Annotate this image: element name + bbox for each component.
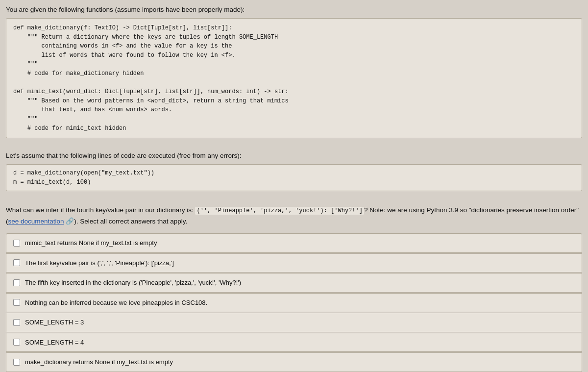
answer-label-2: The first key/value pair is (',', ',', '… bbox=[25, 258, 174, 268]
answer-option-1[interactable]: mimic_text returns None if my_text.txt i… bbox=[6, 233, 582, 253]
checkbox-7[interactable] bbox=[13, 359, 20, 366]
question-code: ('', 'Pineapple', 'pizza,', 'yuck!'): ['… bbox=[195, 207, 364, 215]
answer-option-2[interactable]: The first key/value pair is (',', ',', '… bbox=[6, 253, 582, 273]
question-prefix: What can we infer if the fourth key/valu… bbox=[6, 206, 195, 214]
answer-option-6[interactable]: SOME_LENGTH = 4 bbox=[6, 333, 582, 352]
checkbox-1[interactable] bbox=[13, 240, 20, 247]
answer-label-1: mimic_text returns None if my_text.txt i… bbox=[25, 238, 157, 248]
assume-text: Let's assume that the following lines of… bbox=[6, 152, 582, 159]
functions-code-block: def make_dictionary(f: TextIO) -> Dict[T… bbox=[6, 18, 582, 138]
answer-label-6: SOME_LENGTH = 4 bbox=[25, 338, 84, 347]
answer-label-3: The fifth key inserted in the dictionary… bbox=[25, 278, 241, 288]
answer-option-3[interactable]: The fifth key inserted in the dictionary… bbox=[6, 273, 582, 293]
answer-option-5[interactable]: SOME_LENGTH = 3 bbox=[6, 313, 582, 332]
question-end: ). Select all correct answers that apply… bbox=[74, 218, 187, 225]
documentation-link[interactable]: see documentation bbox=[8, 218, 64, 225]
checkbox-3[interactable] bbox=[13, 279, 20, 286]
link-icon: 🔗 bbox=[64, 218, 74, 225]
answers-container: mimic_text returns None if my_text.txt i… bbox=[6, 233, 582, 372]
execution-code-block: d = make_dictionary(open("my_text.txt"))… bbox=[6, 164, 582, 191]
intro-text: You are given the following functions (a… bbox=[6, 6, 582, 13]
answer-option-4[interactable]: Nothing can be inferred because we love … bbox=[6, 293, 582, 313]
answer-label-5: SOME_LENGTH = 3 bbox=[25, 318, 84, 327]
checkbox-4[interactable] bbox=[13, 299, 20, 306]
checkbox-6[interactable] bbox=[13, 339, 20, 346]
answer-label-7: make_dictionary returns None if my_text.… bbox=[25, 357, 173, 367]
question-text: What can we infer if the fourth key/valu… bbox=[6, 205, 582, 226]
answer-label-4: Nothing can be inferred because we love … bbox=[25, 298, 207, 308]
checkbox-2[interactable] bbox=[13, 259, 20, 266]
checkbox-5[interactable] bbox=[13, 319, 20, 326]
answer-option-7[interactable]: make_dictionary returns None if my_text.… bbox=[6, 352, 582, 372]
page-container: You are given the following functions (a… bbox=[6, 6, 582, 372]
